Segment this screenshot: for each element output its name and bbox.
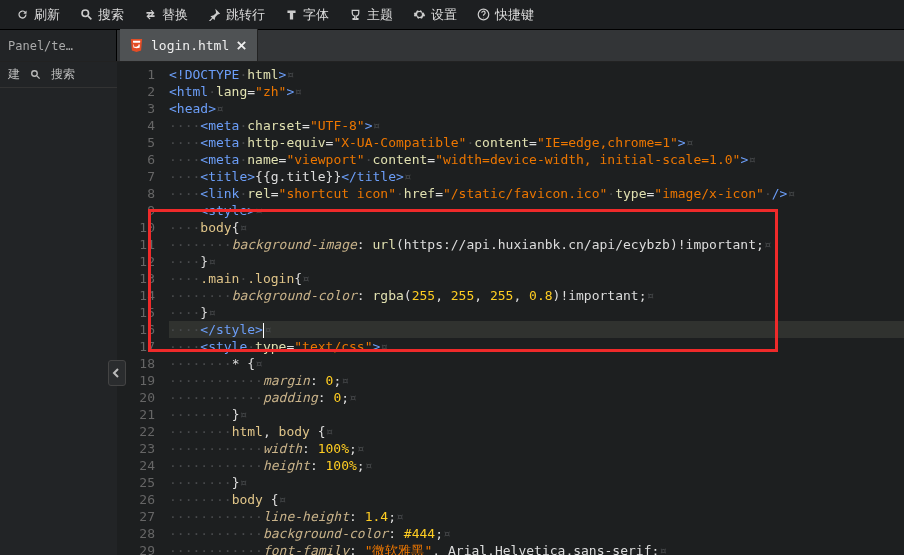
close-icon[interactable] [236, 40, 247, 51]
refresh-button[interactable]: 刷新 [6, 0, 70, 29]
svg-line-4 [37, 76, 40, 79]
line-number-gutter: 1234567891011121314151617181920212223242… [117, 62, 169, 555]
gear-icon [413, 8, 426, 21]
search-button[interactable]: 搜索 [70, 0, 134, 29]
replace-icon [144, 8, 157, 21]
theme-button[interactable]: 主题 [339, 0, 403, 29]
sidebar-collapse-handle[interactable] [108, 360, 126, 386]
goto-button[interactable]: 跳转行 [198, 0, 275, 29]
font-button[interactable]: 字体 [275, 0, 339, 29]
shortcuts-button[interactable]: 快捷键 [467, 0, 544, 29]
refresh-label: 刷新 [34, 6, 60, 24]
replace-label: 替换 [162, 6, 188, 24]
file-tree-sidebar: 建 搜索 [0, 62, 117, 555]
tabs-row: Panel/te… login.html [0, 30, 904, 62]
code-content[interactable]: <!DOCTYPE·html>¤<html·lang="zh">¤<head>¤… [169, 62, 904, 555]
html5-icon [129, 38, 144, 53]
shortcuts-label: 快捷键 [495, 6, 534, 24]
font-icon [285, 8, 298, 21]
search-label: 搜索 [98, 6, 124, 24]
search-icon [80, 8, 93, 21]
code-editor[interactable]: 1234567891011121314151617181920212223242… [117, 62, 904, 555]
settings-label: 设置 [431, 6, 457, 24]
help-icon [477, 8, 490, 21]
svg-point-0 [82, 10, 89, 17]
goto-label: 跳转行 [226, 6, 265, 24]
theme-icon [349, 8, 362, 21]
replace-button[interactable]: 替换 [134, 0, 198, 29]
file-tab-login[interactable]: login.html [120, 29, 258, 61]
font-label: 字体 [303, 6, 329, 24]
sidebar-panel-label: Panel/te… [8, 39, 73, 53]
file-tab-label: login.html [151, 38, 229, 53]
refresh-icon [16, 8, 29, 21]
body-row: 建 搜索 12345678910111213141516171819202122… [0, 62, 904, 555]
main-toolbar: 刷新 搜索 替换 跳转行 字体 主题 设置 快捷键 [0, 0, 904, 30]
sidebar-search-label[interactable]: 搜索 [51, 66, 75, 83]
sidebar-create-label[interactable]: 建 [8, 66, 20, 83]
settings-button[interactable]: 设置 [403, 0, 467, 29]
svg-point-3 [32, 71, 38, 77]
sidebar-panel-tab[interactable]: Panel/te… [0, 30, 117, 61]
search-icon [30, 69, 41, 80]
svg-line-1 [88, 16, 91, 19]
chevron-left-icon [112, 368, 122, 378]
pin-icon [208, 8, 221, 21]
theme-label: 主题 [367, 6, 393, 24]
